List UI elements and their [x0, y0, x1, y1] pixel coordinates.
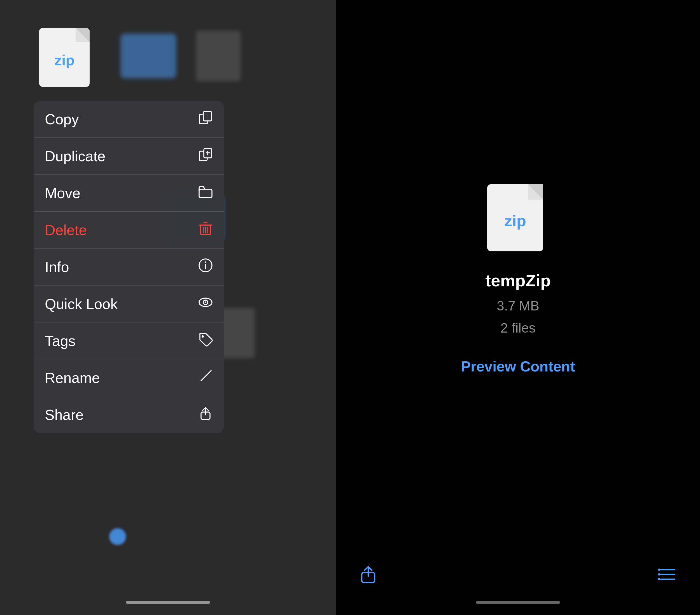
preview-content-button[interactable]: Preview Content [461, 358, 575, 375]
right-panel: zip tempZip 3.7 MB 2 files Preview Conte… [336, 0, 700, 615]
right-home-indicator [476, 601, 560, 604]
svg-point-30 [658, 578, 660, 580]
menu-item-copy[interactable]: Copy [34, 101, 224, 138]
home-indicator [126, 601, 210, 604]
file-info-section: zip tempZip 3.7 MB 2 files Preview Conte… [461, 0, 575, 615]
rename-label: Rename [45, 369, 100, 386]
info-icon [198, 258, 213, 276]
share-icon [198, 406, 213, 424]
share-toolbar-button[interactable] [359, 565, 378, 588]
zip-label: zip [54, 52, 74, 68]
bg-item-2 [196, 31, 241, 81]
svg-point-19 [202, 335, 204, 338]
menu-item-move[interactable]: Move [34, 175, 224, 212]
right-toolbar [336, 553, 700, 615]
svg-rect-6 [199, 189, 212, 198]
bg-dot [109, 528, 126, 545]
svg-point-18 [205, 301, 207, 303]
move-label: Move [45, 185, 80, 202]
file-size: 3.7 MB [497, 298, 539, 314]
menu-item-tags[interactable]: Tags [34, 323, 224, 360]
svg-point-28 [658, 568, 660, 571]
svg-line-20 [201, 373, 209, 381]
quick-look-label: Quick Look [45, 296, 117, 312]
copy-icon [198, 110, 213, 128]
menu-item-delete[interactable]: Delete [34, 212, 224, 249]
copy-label: Copy [45, 111, 79, 128]
list-toolbar-button[interactable] [658, 565, 678, 588]
tags-icon [198, 332, 213, 350]
share-label: Share [45, 406, 84, 423]
file-count: 2 files [500, 320, 535, 336]
menu-item-rename[interactable]: Rename [34, 360, 224, 397]
right-zip-label: zip [504, 212, 526, 230]
delete-icon [198, 221, 213, 239]
delete-label: Delete [45, 222, 87, 238]
menu-item-quick-look[interactable]: Quick Look [34, 286, 224, 323]
right-zip-file-icon: zip [487, 184, 549, 257]
svg-point-15 [205, 262, 207, 263]
zip-file-icon: zip [39, 28, 95, 92]
info-label: Info [45, 259, 69, 275]
duplicate-icon [198, 147, 213, 165]
menu-item-info[interactable]: Info [34, 249, 224, 286]
menu-item-share[interactable]: Share [34, 397, 224, 433]
menu-item-duplicate[interactable]: Duplicate [34, 138, 224, 175]
quick-look-icon [198, 295, 213, 313]
rename-icon [198, 369, 213, 387]
left-panel: zip Copy Duplicate [0, 0, 336, 615]
context-menu: Copy Duplicate Move [34, 101, 224, 433]
tags-label: Tags [45, 332, 76, 349]
duplicate-label: Duplicate [45, 148, 105, 165]
file-name: tempZip [485, 271, 550, 290]
svg-point-29 [658, 573, 660, 576]
svg-rect-1 [203, 111, 212, 121]
move-icon [198, 184, 213, 202]
bg-folder-1 [121, 34, 176, 78]
